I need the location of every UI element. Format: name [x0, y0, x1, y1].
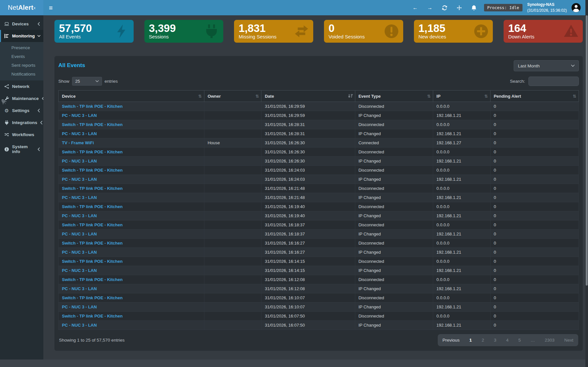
period-filter-select[interactable]: Last Month	[514, 60, 579, 71]
event-type-cell: IP Changed	[355, 303, 433, 312]
plug-icon	[4, 120, 9, 125]
sidebar-toggle-icon[interactable]: ≡	[49, 5, 53, 11]
chevron-left-icon	[37, 109, 40, 112]
card-missing-sessions[interactable]: 1,831 Missing Sessions	[234, 20, 313, 43]
card-down-alerts[interactable]: 164 Down Alerts	[504, 20, 583, 43]
device-link[interactable]: PC - NUC 3 - LAN	[62, 232, 97, 236]
user-avatar[interactable]	[571, 3, 581, 12]
device-link[interactable]: PC - NUC 3 - LAN	[62, 159, 97, 163]
table-row: PC - NUC 3 - LAN31/01/2026, 16:10:07IP C…	[59, 303, 579, 312]
card-sessions[interactable]: 3,399 Sessions	[144, 20, 224, 43]
device-link[interactable]: TV - Frame WiFi	[62, 140, 94, 145]
date-cell: 31/01/2026, 16:19:40	[261, 211, 355, 220]
device-link[interactable]: Switch - TP link POE - Kitchen	[62, 277, 123, 282]
device-link[interactable]: PC - NUC 3 - LAN	[62, 213, 97, 218]
table-row: Switch - TP link POE - Kitchen31/01/2026…	[59, 239, 579, 248]
pagination-page[interactable]: 4	[501, 334, 514, 346]
device-link[interactable]: Switch - TP link POE - Kitchen	[62, 168, 123, 173]
device-link[interactable]: Switch - TP link POE - Kitchen	[62, 104, 123, 109]
owner-cell	[204, 184, 261, 193]
table-row: PC - NUC 3 - LAN31/01/2026, 16:29:59IP C…	[59, 111, 579, 120]
device-link[interactable]: Switch - TP link POE - Kitchen	[62, 241, 123, 246]
sidebar-item-system-info[interactable]: System info	[0, 141, 43, 158]
forward-arrow-icon[interactable]: →	[427, 5, 433, 11]
page-length-select[interactable]: 25	[72, 77, 102, 86]
pending-alert-cell: 0	[490, 102, 579, 111]
table-info-text: Showing 1 to 25 of 57,570 entries	[59, 338, 125, 343]
pagination-page[interactable]: 3	[489, 334, 501, 346]
device-cell: PC - NUC 3 - LAN	[59, 284, 204, 293]
pagination-previous[interactable]: Previous	[438, 334, 465, 346]
sidebar-item-presence[interactable]: Presence	[0, 43, 43, 52]
back-arrow-icon[interactable]: ←	[412, 5, 418, 11]
sidebar-item-events[interactable]: Events	[0, 52, 43, 61]
date-cell: 31/01/2026, 16:07:50	[261, 312, 355, 321]
device-link[interactable]: Switch - TP link POE - Kitchen	[62, 295, 123, 300]
device-link[interactable]: PC - NUC 3 - LAN	[62, 113, 97, 118]
device-cell: Switch - TP link POE - Kitchen	[59, 257, 204, 266]
pagination-page[interactable]: 1	[464, 334, 477, 346]
search-label: Search:	[510, 79, 525, 84]
device-link[interactable]: Switch - TP link POE - Kitchen	[62, 314, 123, 318]
device-link[interactable]: Switch - TP link POE - Kitchen	[62, 186, 123, 191]
device-link[interactable]: PC - NUC 3 - LAN	[62, 250, 97, 255]
device-link[interactable]: Switch - TP link POE - Kitchen	[62, 222, 123, 227]
sidebar-item-workflows[interactable]: Workflows	[0, 129, 43, 141]
sidebar-item-monitoring[interactable]: Monitoring	[0, 30, 43, 42]
column-header-owner[interactable]: Owner⇅	[204, 91, 261, 102]
pagination: Previous12345…2303Next	[438, 334, 578, 346]
card-new-devices[interactable]: 1,185 New devices	[414, 20, 493, 43]
pagination-page[interactable]: 2	[477, 334, 489, 346]
pagination-ellipsis[interactable]: …	[526, 334, 540, 346]
pagination-next[interactable]: Next	[559, 334, 578, 346]
column-header-date[interactable]: Date	[261, 91, 355, 102]
sidebar-item-settings[interactable]: ⚙ Settings	[0, 105, 43, 117]
pending-alert-cell: 0	[490, 193, 579, 202]
device-cell: Switch - TP link POE - Kitchen	[59, 239, 204, 248]
ip-cell: 192.168.1.21	[433, 175, 491, 184]
device-link[interactable]: PC - NUC 3 - LAN	[62, 304, 97, 309]
device-link[interactable]: PC - NUC 3 - LAN	[62, 195, 97, 200]
move-arrows-icon[interactable]	[456, 5, 462, 11]
table-row: Switch - TP link POE - Kitchen31/01/2026…	[59, 102, 579, 111]
card-all-events[interactable]: 57,570 All Events	[54, 20, 134, 43]
process-status-badge: Process: Idle	[484, 4, 522, 11]
device-link[interactable]: PC - NUC 3 - LAN	[62, 268, 97, 273]
column-header-event-type[interactable]: Event Type⇅	[355, 91, 433, 102]
scrollbar-thumb[interactable]	[586, 15, 588, 286]
column-header-pending-alert[interactable]: Pending Alert⇅	[490, 91, 579, 102]
device-link[interactable]: Switch - TP link POE - Kitchen	[62, 122, 123, 127]
date-cell: 31/01/2026, 16:10:07	[261, 303, 355, 312]
sidebar-item-notifications[interactable]: Notifications	[0, 70, 43, 78]
device-link[interactable]: Switch - TP link POE - Kitchen	[62, 149, 123, 154]
scrollbar[interactable]	[585, 0, 588, 367]
owner-cell	[204, 148, 261, 157]
bell-icon[interactable]	[471, 5, 477, 11]
device-link[interactable]: PC - NUC 3 - LAN	[62, 286, 97, 291]
ip-cell: 192.168.1.21	[433, 321, 491, 330]
sidebar-item-integrations[interactable]: Integrations	[0, 117, 43, 129]
pagination-page[interactable]: 2303	[540, 334, 559, 346]
search-input[interactable]	[528, 77, 579, 86]
sidebar-item-devices[interactable]: Devices	[0, 18, 43, 30]
date-cell: 31/01/2026, 16:29:59	[261, 102, 355, 111]
ip-cell: 0.0.0.0	[433, 148, 491, 157]
event-type-cell: IP Changed	[355, 266, 433, 275]
device-link[interactable]: PC - NUC 3 - LAN	[62, 131, 97, 136]
table-row: PC - NUC 3 - LAN31/01/2026, 16:28:31IP C…	[59, 129, 579, 138]
device-link[interactable]: PC - NUC 3 - LAN	[62, 177, 97, 182]
device-link[interactable]: PC - NUC 3 - LAN	[62, 323, 97, 328]
device-link[interactable]: Switch - TP link POE - Kitchen	[62, 204, 123, 209]
column-header-device[interactable]: Device⇅	[59, 91, 204, 102]
sidebar-item-network[interactable]: Network	[0, 80, 43, 92]
app-logo[interactable]: NetAlertx	[0, 0, 43, 15]
refresh-icon[interactable]	[442, 5, 448, 11]
date-cell: 31/01/2026, 16:26:30	[261, 138, 355, 148]
pagination-page[interactable]: 5	[513, 334, 526, 346]
sidebar-item-sent-reports[interactable]: Sent reports	[0, 61, 43, 70]
device-link[interactable]: Switch - TP link POE - Kitchen	[62, 259, 123, 264]
owner-cell	[204, 111, 261, 120]
card-voided-sessions[interactable]: 0 Voided Sessions	[324, 20, 403, 43]
date-cell: 31/01/2026, 16:26:30	[261, 148, 355, 157]
column-header-ip[interactable]: IP⇅	[433, 91, 491, 102]
